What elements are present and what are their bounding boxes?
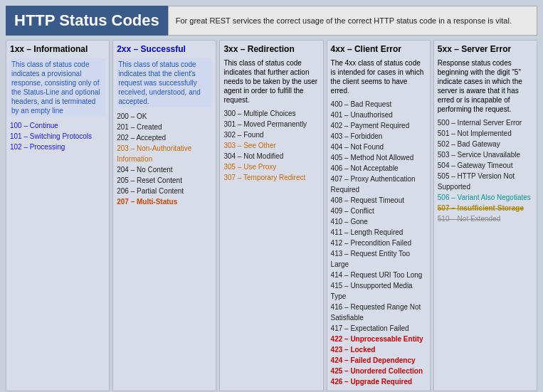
list-item: 102 – Processing (10, 142, 105, 152)
list-item: 307 – Temporary Redirect (223, 172, 319, 183)
col-5xx-desc: Response status codes beginning with the… (438, 58, 533, 114)
col-3xx: 3xx – Redirection This class of status c… (219, 40, 323, 391)
list-item: 505 – HTTP Version Not Supported (438, 171, 533, 192)
list-item: 414 – Request URI Too Long (331, 270, 426, 280)
list-item: 202 – Accepted (117, 132, 212, 143)
col-2xx-codes: 200 – OK 201 – Created 202 – Accepted 20… (117, 111, 212, 207)
list-item: 416 – Requested Range Not Satisfiable (331, 302, 426, 323)
list-item: 422 – Unprocessable Entity (331, 334, 426, 344)
col-3xx-header: 3xx – Redirection (223, 44, 319, 55)
status-codes-grid: 1xx – Informational This class of status… (6, 40, 537, 391)
list-item: 305 – Use Proxy (223, 161, 319, 172)
list-item: 409 – Conflict (331, 206, 426, 216)
list-item: 300 – Multiple Choices (223, 108, 319, 119)
list-item: 302 – Found (223, 129, 319, 140)
list-item: 415 – Unsupported Media Type (331, 280, 426, 302)
list-item: 400 – Bad Request (331, 99, 426, 110)
list-item: 413 – Request Entity Too Large (331, 248, 426, 270)
col-4xx: 4xx – Client Error The 4xx class of stat… (327, 40, 431, 391)
col-1xx-codes: 100 – Continue 101 – Switching Protocols… (10, 120, 105, 152)
col-3xx-codes: 300 – Multiple Choices 301 – Moved Perma… (223, 108, 319, 183)
list-item: 406 – Not Acceptable (331, 163, 426, 174)
list-item: 424 – Failed Dependency (331, 355, 426, 366)
list-item: 503 – Service Unavailable (438, 149, 533, 160)
list-item: 206 – Partial Content (117, 186, 212, 196)
list-item: 205 – Reset Content (117, 175, 212, 186)
col-2xx-desc: This class of status code indicates that… (117, 58, 212, 107)
list-item: 410 – Gone (331, 216, 426, 227)
list-item: 301 – Moved Permanently (223, 119, 319, 129)
col-1xx-desc: This class of status code indicates a pr… (10, 58, 105, 117)
col-2xx: 2xx – Successful This class of status co… (112, 40, 216, 391)
list-item: 101 – Switching Protocols (10, 131, 105, 142)
col-1xx-header: 1xx – Informational (10, 44, 105, 55)
list-item: 402 – Payment Required (331, 120, 426, 131)
col-4xx-header: 4xx – Client Error (331, 44, 426, 55)
header: HTTP Status Codes For great REST service… (6, 6, 537, 36)
col-5xx: 5xx – Server Error Response status codes… (433, 40, 537, 391)
list-item: 405 – Method Not Allowed (331, 152, 426, 163)
list-item: 412 – Precondition Failed (331, 238, 426, 248)
list-item: 408 – Request Timeout (331, 195, 426, 206)
list-item: 200 – OK (117, 111, 212, 122)
list-item: 404 – Not Found (331, 142, 426, 152)
col-5xx-header: 5xx – Server Error (438, 44, 533, 55)
list-item: 426 – Upgrade Required (331, 376, 426, 387)
list-item: 403 – Forbidden (331, 131, 426, 142)
list-item: 303 – See Other (223, 140, 319, 151)
col-4xx-codes: 400 – Bad Request 401 – Unauthorised 402… (331, 99, 426, 387)
list-item: 423 – Locked (331, 344, 426, 355)
list-item: 304 – Not Modified (223, 151, 319, 161)
list-item: 204 – No Content (117, 164, 212, 175)
header-description: For great REST services the correct usag… (168, 6, 537, 36)
list-item: 401 – Unauthorised (331, 110, 426, 120)
list-item: 500 – Internal Server Error (438, 117, 533, 128)
list-item: 407 – Proxy Authentication Required (331, 174, 426, 195)
list-item: 425 – Unordered Collection (331, 366, 426, 376)
list-item: 207 – Multi-Status (117, 196, 212, 207)
list-item: 501 – Not Implemented (438, 128, 533, 139)
list-item: 100 – Continue (10, 120, 105, 131)
list-item: 504 – Gateway Timeout (438, 160, 533, 171)
page-title: HTTP Status Codes (6, 6, 168, 36)
list-item: 502 – Bad Gateway (438, 139, 533, 149)
list-item: 203 – Non-Authoritative Information (117, 143, 212, 164)
list-item: 507 – Insufficient Storage (438, 203, 533, 213)
list-item: 506 – Variant Also Negotiates (438, 192, 533, 203)
col-3xx-desc: This class of status code indicates that… (223, 58, 319, 105)
col-5xx-codes: 500 – Internal Server Error 501 – Not Im… (438, 117, 533, 224)
list-item: 510 – Not Extended (438, 213, 533, 224)
list-item: 201 – Created (117, 122, 212, 132)
col-1xx: 1xx – Informational This class of status… (6, 40, 110, 391)
col-2xx-header: 2xx – Successful (117, 44, 212, 55)
col-4xx-desc: The 4xx class of status code is intended… (331, 58, 426, 95)
list-item: 417 – Expectation Failed (331, 323, 426, 334)
page-container: HTTP Status Codes For great REST service… (0, 0, 543, 392)
list-item: 411 – Length Required (331, 227, 426, 238)
